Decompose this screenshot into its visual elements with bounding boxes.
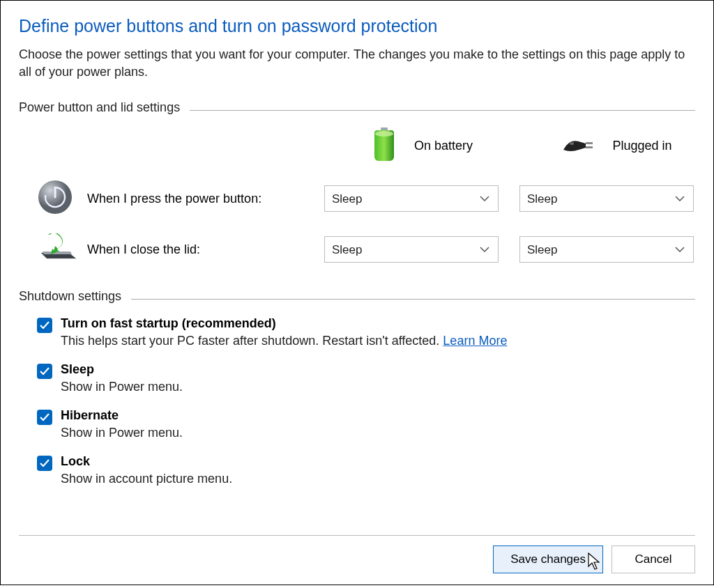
battery-icon <box>371 127 397 164</box>
svg-point-4 <box>570 142 574 145</box>
fast-startup-desc: This helps start your PC faster after sh… <box>61 334 507 348</box>
close-lid-row-label: When I close the lid: <box>87 242 324 257</box>
lock-checkbox[interactable] <box>37 456 52 471</box>
lock-desc: Show in account picture menu. <box>61 472 232 486</box>
close-lid-battery-dropdown[interactable]: Sleep <box>324 236 499 263</box>
hibernate-item: Hibernate Show in Power menu. <box>37 408 695 440</box>
fast-startup-title: Turn on fast startup (recommended) <box>61 316 507 331</box>
fast-startup-checkbox[interactable] <box>37 318 52 333</box>
plugged-in-label: Plugged in <box>612 139 671 153</box>
section-shutdown-header: Shutdown settings <box>19 289 695 304</box>
fast-startup-item: Turn on fast startup (recommended) This … <box>37 316 695 348</box>
close-lid-icon <box>37 233 77 265</box>
lock-item: Lock Show in account picture menu. <box>37 454 695 486</box>
svg-rect-3 <box>586 146 593 148</box>
sleep-title: Sleep <box>61 362 183 377</box>
svg-rect-0 <box>381 127 388 130</box>
power-lid-grid: On battery Plugged in <box>19 127 695 265</box>
power-button-icon <box>37 179 73 218</box>
power-button-row-label: When I press the power button: <box>87 192 324 206</box>
hibernate-checkbox[interactable] <box>37 410 52 425</box>
section-shutdown-label: Shutdown settings <box>19 289 121 304</box>
svg-rect-2 <box>586 142 593 144</box>
section-power-lid-label: Power button and lid settings <box>19 100 180 115</box>
sleep-item: Sleep Show in Power menu. <box>37 362 695 394</box>
footer-bar: Save changes Cancel <box>19 535 695 585</box>
sleep-desc: Show in Power menu. <box>61 380 183 394</box>
page-title: Define power buttons and turn on passwor… <box>19 16 695 36</box>
learn-more-link[interactable]: Learn More <box>443 334 507 348</box>
save-changes-button[interactable]: Save changes <box>493 546 603 573</box>
page-description: Choose the power settings that you want … <box>19 46 695 81</box>
hibernate-desc: Show in Power menu. <box>61 426 183 440</box>
power-button-plugged-dropdown[interactable]: Sleep <box>519 185 694 212</box>
cancel-button[interactable]: Cancel <box>612 546 695 573</box>
on-battery-label: On battery <box>414 139 473 153</box>
sleep-checkbox[interactable] <box>37 364 52 379</box>
section-power-lid-header: Power button and lid settings <box>19 100 695 115</box>
close-lid-plugged-dropdown[interactable]: Sleep <box>519 236 694 263</box>
power-button-battery-dropdown[interactable]: Sleep <box>324 185 499 212</box>
plug-icon <box>562 134 595 157</box>
hibernate-title: Hibernate <box>61 408 183 423</box>
lock-title: Lock <box>61 454 232 469</box>
svg-point-1 <box>375 131 393 137</box>
